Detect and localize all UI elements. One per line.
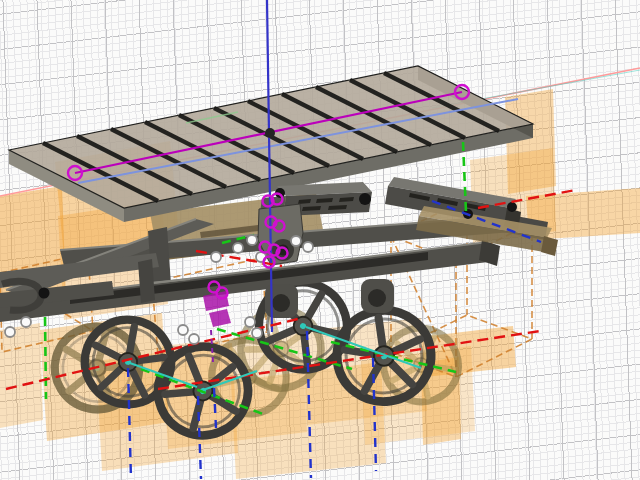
selected-component[interactable] — [209, 309, 231, 327]
wheel-hanger[interactable] — [361, 279, 394, 313]
joint-origin-marker[interactable] — [233, 243, 243, 253]
cad-viewport[interactable] — [0, 0, 640, 480]
joint-origin-marker[interactable] — [189, 334, 199, 344]
joint-origin-marker[interactable] — [178, 325, 188, 335]
tongue-post[interactable] — [138, 259, 155, 303]
joint-origin-marker[interactable] — [211, 252, 221, 262]
wood-beam-end[interactable] — [541, 236, 558, 256]
wheel-hanger[interactable] — [265, 284, 298, 318]
joint-origin-marker[interactable] — [245, 317, 255, 327]
joint-origin-marker[interactable] — [291, 236, 301, 246]
joint-origin-marker[interactable] — [303, 242, 313, 252]
origin-point[interactable] — [265, 128, 275, 138]
ball-joint[interactable] — [507, 202, 517, 212]
joint-origin-marker[interactable] — [247, 235, 257, 245]
joint-origin-marker[interactable] — [5, 327, 15, 337]
scene-svg[interactable] — [0, 0, 640, 480]
ball-joint[interactable] — [39, 288, 50, 299]
highlight-box[interactable] — [0, 323, 43, 428]
joint-origin-marker[interactable] — [252, 328, 262, 338]
ball-joint[interactable] — [359, 193, 371, 205]
joint-origin-marker[interactable] — [21, 317, 31, 327]
